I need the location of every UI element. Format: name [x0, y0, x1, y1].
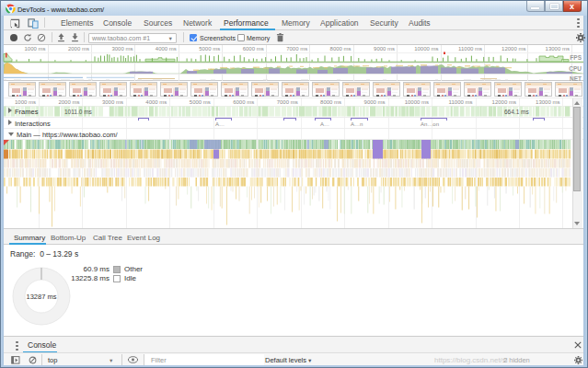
svg-text:13287 ms: 13287 ms — [27, 293, 57, 301]
